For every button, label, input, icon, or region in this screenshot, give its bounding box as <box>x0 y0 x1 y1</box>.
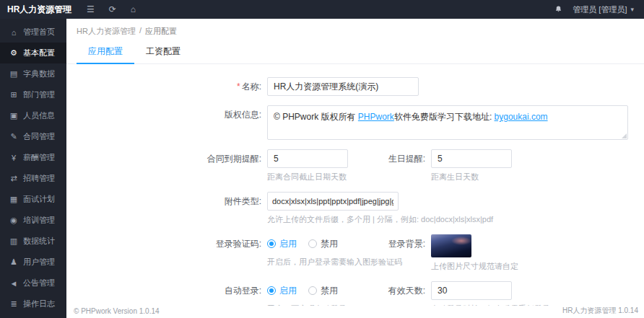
refresh-icon[interactable]: ⟳ <box>109 0 116 19</box>
sidebar-item-label: 人员信息 <box>23 110 55 121</box>
form-row-captcha: 登录验证码: 启用 禁用 开启后，用户登录需要输入图形验证码 登录背景: <box>66 234 644 272</box>
sidebar-item-label: 操作日志 <box>23 299 55 309</box>
id-card-icon: ▣ <box>9 111 18 120</box>
birthday-remind-hint: 距离生日天数 <box>431 172 518 182</box>
transfer-icon: ⇄ <box>9 174 18 183</box>
captcha-disabled-label[interactable]: 禁用 <box>321 238 338 250</box>
sidebar-item-home[interactable]: ⌂ 管理首页 <box>0 22 66 43</box>
radio-disabled-icon[interactable] <box>308 239 317 248</box>
main-layout: ⌂ 管理首页 ⚙ 基本配置 ▤ 字典数据 ⊞ 部门管理 ▣ 人员信息 ✎ 合同管… <box>0 19 644 318</box>
tab-bar: 应用配置 工资配置 <box>66 41 644 64</box>
money-icon: ¥ <box>9 154 18 162</box>
field-label-attachment: 附件类型: <box>66 192 267 225</box>
field-label-login-bg: 登录背景: <box>375 234 431 253</box>
resize-handle-icon[interactable] <box>622 133 627 138</box>
footer-version-left: © PHPwork Version 1.0.14 <box>74 307 160 315</box>
sidebar-item-label: 培训管理 <box>23 215 55 226</box>
gear-icon: ⚙ <box>9 48 18 58</box>
sidebar: ⌂ 管理首页 ⚙ 基本配置 ▤ 字典数据 ⊞ 部门管理 ▣ 人员信息 ✎ 合同管… <box>0 19 66 318</box>
topbar-icons: ☰ ⟳ ⌂ <box>87 0 136 19</box>
app-window: HR人力资源管理 ☰ ⟳ ⌂ 管理员 [管理员] ▾ ⌂ 管理首页 ⚙ 基本 <box>0 0 644 318</box>
copyright-text: © PHPwork 版权所有 <box>274 112 358 122</box>
radio-enabled-icon[interactable] <box>267 286 276 295</box>
chevron-down-icon: ▾ <box>630 6 634 13</box>
target-icon: ◉ <box>9 216 18 225</box>
pen-icon: ✎ <box>9 132 18 141</box>
footer: © PHPwork Version 1.0.14 HR人力资源管理 1.0.14 <box>66 306 644 318</box>
breadcrumb-separator: / <box>139 26 142 37</box>
birthday-remind-input[interactable] <box>431 149 512 168</box>
sidebar-item-label: 部门管理 <box>23 89 55 100</box>
valid-days-input[interactable] <box>431 281 512 300</box>
radio-disabled-icon[interactable] <box>308 286 317 295</box>
user-menu[interactable]: 管理员 [管理员] ▾ <box>573 4 634 15</box>
captcha-enabled-label[interactable]: 启用 <box>279 238 297 250</box>
auto-login-disabled-label[interactable]: 禁用 <box>321 285 338 297</box>
tab-app-config[interactable]: 应用配置 <box>77 41 134 64</box>
auto-login-enabled-label[interactable]: 启用 <box>279 285 297 297</box>
sidebar-item-statistics[interactable]: ▥ 数据统计 <box>0 231 66 252</box>
bell-icon[interactable] <box>554 5 562 14</box>
sidebar-item-announcement[interactable]: ◄ 公告管理 <box>0 273 66 293</box>
form-row-copyright: 版权信息: © PHPwork 版权所有 PHPwork软件免费版学习下载地址:… <box>66 105 644 140</box>
copyright-textarea[interactable]: © PHPwork 版权所有 PHPwork软件免费版学习下载地址: bygou… <box>267 105 628 140</box>
menu-toggle-icon[interactable]: ☰ <box>87 0 95 19</box>
user-icon: ♟ <box>9 257 18 267</box>
copyright-text: 软件免费版学习下载地址: <box>394 112 495 122</box>
sidebar-item-label: 招聘管理 <box>23 173 55 184</box>
top-bar: HR人力资源管理 ☰ ⟳ ⌂ 管理员 [管理员] ▾ <box>0 0 644 19</box>
contract-remind-hint: 距离合同截止日期天数 <box>267 172 375 182</box>
form-row-auto-login: 自动登录: 启用 禁用 开启，可实现自动登录 有效天数: <box>66 281 644 306</box>
sidebar-item-label: 薪酬管理 <box>23 152 55 163</box>
radio-enabled-icon[interactable] <box>267 239 276 248</box>
form-row-name: *名称: <box>66 77 644 96</box>
sidebar-item-basic-config[interactable]: ⚙ 基本配置 <box>0 43 66 63</box>
login-bg-hint: 上传图片尺寸规范请自定 <box>431 261 518 272</box>
sidebar-item-label: 公告管理 <box>23 278 55 288</box>
sidebar-item-department[interactable]: ⊞ 部门管理 <box>0 84 66 105</box>
contract-remind-input[interactable] <box>267 149 348 168</box>
sidebar-item-contract[interactable]: ✎ 合同管理 <box>0 126 66 147</box>
breadcrumb-current: 应用配置 <box>145 26 177 37</box>
speaker-icon: ◄ <box>9 279 18 288</box>
home-icon[interactable]: ⌂ <box>131 0 136 19</box>
breadcrumb: HR人力资源管理 / 应用配置 <box>66 19 644 37</box>
log-icon: ≣ <box>9 299 18 309</box>
main-content: HR人力资源管理 / 应用配置 应用配置 工资配置 *名称: <box>66 19 644 318</box>
login-background-image[interactable] <box>431 234 471 257</box>
app-title: HR人力资源管理 <box>0 4 79 16</box>
auto-login-radio-group: 启用 禁用 <box>267 281 375 300</box>
sidebar-item-label: 合同管理 <box>23 131 55 142</box>
field-label-birthday-remind: 生日提醒: <box>375 149 431 168</box>
breadcrumb-root[interactable]: HR人力资源管理 <box>77 26 136 37</box>
sidebar-item-recruitment[interactable]: ⇄ 招聘管理 <box>0 168 66 189</box>
field-label-copyright: 版权信息: <box>66 105 267 140</box>
captcha-hint: 开启后，用户登录需要输入图形验证码 <box>267 257 375 268</box>
home-icon: ⌂ <box>9 28 18 37</box>
sidebar-item-dict-data[interactable]: ▤ 字典数据 <box>0 63 66 84</box>
phpwork-link[interactable]: PHPwork <box>358 112 394 122</box>
name-input[interactable] <box>267 77 419 96</box>
field-label-name: *名称: <box>66 77 267 96</box>
tab-salary-config[interactable]: 工资配置 <box>134 41 192 63</box>
footer-version-right: HR人力资源管理 1.0.14 <box>562 306 638 316</box>
sidebar-item-salary[interactable]: ¥ 薪酬管理 <box>0 147 66 168</box>
sidebar-item-operation-log[interactable]: ≣ 操作日志 <box>0 293 66 314</box>
sidebar-item-users[interactable]: ♟ 用户管理 <box>0 252 66 273</box>
dictionary-icon: ▤ <box>9 69 18 79</box>
sidebar-item-label: 用户管理 <box>23 257 55 268</box>
sidebar-item-label: 数据统计 <box>23 236 55 247</box>
attachment-types-input[interactable] <box>267 192 399 211</box>
sidebar-item-label: 基本配置 <box>23 48 55 58</box>
sidebar-item-training[interactable]: ◉ 培训管理 <box>0 210 66 231</box>
required-asterisk: * <box>237 81 240 92</box>
field-label-valid-days: 有效天数: <box>375 281 431 300</box>
field-label-contract-remind: 合同到期提醒: <box>66 149 267 182</box>
sidebar-item-label: 字典数据 <box>23 69 55 79</box>
config-form: *名称: 版权信息: © PHPwork 版权所有 PHPwork软件免费版学习… <box>66 64 644 306</box>
sidebar-item-interview-plan[interactable]: ▦ 面试计划 <box>0 189 66 210</box>
sidebar-item-personnel[interactable]: ▣ 人员信息 <box>0 105 66 126</box>
org-chart-icon: ⊞ <box>9 90 18 100</box>
download-link[interactable]: bygoukai.com <box>495 112 548 122</box>
captcha-radio-group: 启用 禁用 <box>267 234 375 253</box>
